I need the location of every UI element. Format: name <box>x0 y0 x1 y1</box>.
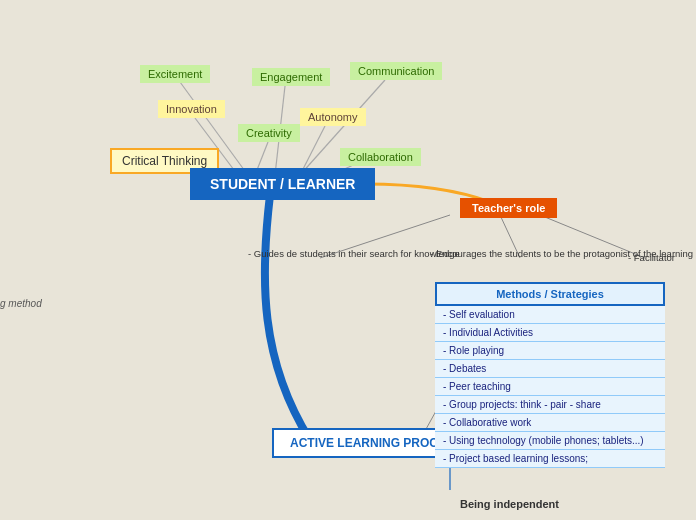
communication-bubble: Communication <box>350 62 442 80</box>
facilitator-text: - Facilitator <box>628 252 675 264</box>
method-item-7: - Using technology (mobile phones; table… <box>435 432 665 450</box>
method-item-1: - Individual Activities <box>435 324 665 342</box>
collaboration-bubble: Collaboration <box>340 148 421 166</box>
method-item-5: - Group projects: think - pair - share <box>435 396 665 414</box>
creativity-bubble: Creativity <box>238 124 300 142</box>
autonomy-bubble: Autonomy <box>300 108 366 126</box>
method-item-4: - Peer teaching <box>435 378 665 396</box>
teachers-role-node: Teacher's role <box>460 198 557 218</box>
methods-title: Methods / Strategies <box>435 282 665 306</box>
innovation-bubble: Innovation <box>158 100 225 118</box>
methods-container: Methods / Strategies - Self evaluation -… <box>435 282 665 468</box>
student-learner-node: STUDENT / LEARNER <box>190 168 375 200</box>
method-item-0: - Self evaluation <box>435 306 665 324</box>
encourages-text: - Encourages the students to be the prot… <box>430 248 600 260</box>
excitement-bubble: Excitement <box>140 65 210 83</box>
left-method-label: g method <box>0 298 42 309</box>
method-item-8: - Project based learning lessons; <box>435 450 665 468</box>
method-item-6: - Collaborative work <box>435 414 665 432</box>
being-independent-label: Being independent <box>460 498 559 510</box>
method-item-2: - Role playing <box>435 342 665 360</box>
guides-text: - Guides de students in their search for… <box>248 248 418 260</box>
method-item-3: - Debates <box>435 360 665 378</box>
engagement-bubble: Engagement <box>252 68 330 86</box>
